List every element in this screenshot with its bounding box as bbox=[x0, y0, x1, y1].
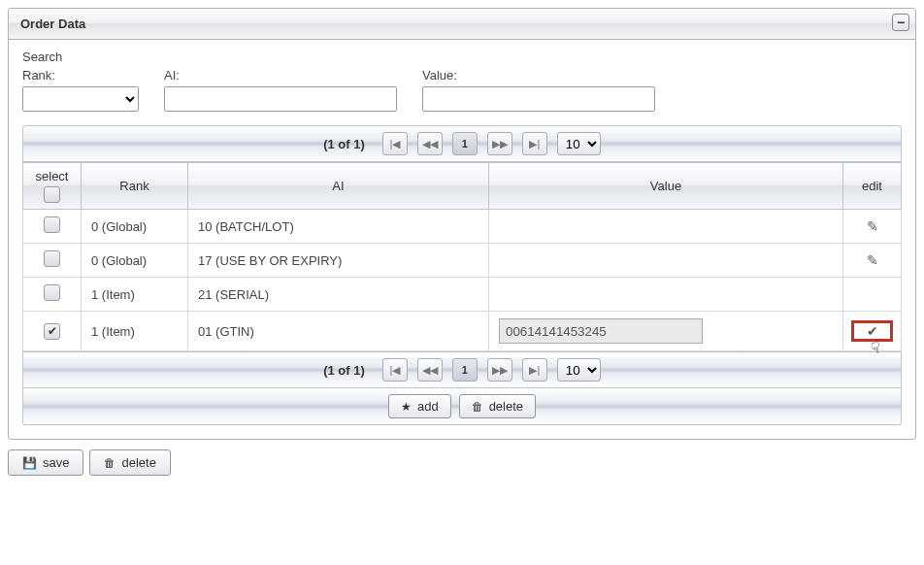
prev-icon: ◀◀ bbox=[422, 138, 438, 150]
prev-page-button[interactable]: ◀◀ bbox=[417, 358, 443, 382]
delete-label: delete bbox=[489, 399, 523, 414]
first-page-button[interactable]: |◀ bbox=[382, 132, 408, 155]
edit-icon[interactable]: ✎ bbox=[867, 218, 878, 234]
add-label: add bbox=[417, 399, 439, 414]
page-info-top: (1 of 1) bbox=[323, 137, 365, 151]
page-number-button[interactable]: 1 bbox=[452, 358, 478, 382]
cell-edit-empty bbox=[843, 278, 902, 312]
search-title: Search bbox=[22, 50, 902, 64]
cell-rank: 1 (Item) bbox=[82, 278, 188, 312]
confirm-edit-highlight: ✔ ☟ bbox=[853, 323, 891, 339]
rank-field: Rank: bbox=[22, 68, 139, 112]
cell-value bbox=[489, 244, 843, 278]
paginator-bottom: (1 of 1) |◀ ◀◀ 1 ▶▶ ▶| 10 bbox=[22, 351, 902, 388]
next-page-button[interactable]: ▶▶ bbox=[487, 132, 512, 155]
header-select-label: select bbox=[36, 169, 69, 183]
prev-page-button[interactable]: ◀◀ bbox=[417, 132, 443, 155]
last-page-button[interactable]: ▶| bbox=[522, 132, 547, 155]
cell-rank: 0 (Global) bbox=[82, 244, 188, 278]
cell-ai: 17 (USE BY OR EXPIRY) bbox=[188, 244, 489, 278]
first-page-button[interactable]: |◀ bbox=[382, 358, 408, 382]
value-edit-input[interactable] bbox=[499, 318, 703, 344]
edit-icon[interactable]: ✎ bbox=[867, 252, 878, 268]
save-button[interactable]: save bbox=[8, 449, 83, 476]
table-row: 1 (Item) 21 (SERIAL) bbox=[23, 278, 902, 312]
add-button[interactable]: add bbox=[388, 394, 451, 418]
table-row: 0 (Global) 10 (BATCH/LOT) ✎ bbox=[23, 210, 902, 244]
first-icon: |◀ bbox=[389, 364, 400, 377]
star-icon bbox=[401, 399, 412, 414]
cell-ai: 21 (SERIAL) bbox=[188, 278, 489, 312]
header-select: select bbox=[23, 163, 82, 210]
rows-per-page-select[interactable]: 10 bbox=[557, 132, 601, 155]
cell-value bbox=[489, 278, 843, 312]
footer-delete-button[interactable]: delete bbox=[89, 449, 170, 476]
row-checkbox[interactable] bbox=[44, 216, 60, 233]
header-ai[interactable]: AI bbox=[188, 163, 489, 210]
cell-ai: 10 (BATCH/LOT) bbox=[188, 210, 489, 244]
footer-delete-label: delete bbox=[121, 455, 155, 470]
row-checkbox[interactable] bbox=[44, 284, 60, 301]
last-icon: ▶| bbox=[529, 138, 540, 150]
last-icon: ▶| bbox=[529, 364, 540, 377]
ai-label: AI: bbox=[164, 68, 397, 83]
header-edit: edit bbox=[843, 163, 902, 210]
minus-icon: − bbox=[897, 16, 905, 29]
rows-per-page-select[interactable]: 10 bbox=[557, 358, 601, 382]
paginator-top: (1 of 1) |◀ ◀◀ 1 ▶▶ ▶| 10 bbox=[22, 125, 902, 162]
last-page-button[interactable]: ▶| bbox=[522, 358, 547, 382]
value-input[interactable] bbox=[422, 86, 655, 112]
cell-rank: 0 (Global) bbox=[82, 210, 188, 244]
row-checkbox[interactable] bbox=[44, 323, 60, 340]
page-info-bottom: (1 of 1) bbox=[323, 363, 365, 378]
save-label: save bbox=[43, 455, 69, 470]
footer-buttons: save delete bbox=[8, 449, 916, 476]
action-bar: add delete bbox=[22, 388, 902, 425]
next-page-button[interactable]: ▶▶ bbox=[487, 358, 512, 382]
ai-input[interactable] bbox=[164, 86, 397, 112]
delete-button[interactable]: delete bbox=[459, 394, 536, 418]
rank-select[interactable] bbox=[22, 86, 139, 112]
cell-value bbox=[489, 210, 843, 244]
trash-icon bbox=[104, 455, 116, 470]
cell-ai: 01 (GTIN) bbox=[188, 312, 489, 351]
panel-body: Search Rank: AI: Value: (1 of 1) |◀ ◀◀ 1… bbox=[9, 40, 915, 439]
panel-header: Order Data − bbox=[9, 9, 915, 40]
header-rank[interactable]: Rank bbox=[82, 163, 188, 210]
ai-field: AI: bbox=[164, 68, 397, 112]
data-table: select Rank AI Value edit 0 (Global) 10 … bbox=[22, 162, 902, 351]
next-icon: ▶▶ bbox=[492, 364, 508, 377]
page-number-button[interactable]: 1 bbox=[452, 132, 478, 155]
row-checkbox[interactable] bbox=[44, 250, 60, 267]
save-icon bbox=[22, 455, 37, 470]
select-all-checkbox[interactable] bbox=[44, 186, 60, 203]
search-row: Rank: AI: Value: bbox=[22, 68, 902, 112]
prev-icon: ◀◀ bbox=[422, 364, 438, 377]
first-icon: |◀ bbox=[389, 138, 400, 150]
value-field: Value: bbox=[422, 68, 655, 112]
rank-label: Rank: bbox=[22, 68, 139, 83]
collapse-button[interactable]: − bbox=[892, 14, 909, 31]
panel-title: Order Data bbox=[20, 17, 85, 31]
trash-icon bbox=[472, 399, 483, 414]
next-icon: ▶▶ bbox=[492, 138, 508, 150]
cell-rank: 1 (Item) bbox=[82, 312, 188, 351]
table-row: 0 (Global) 17 (USE BY OR EXPIRY) ✎ bbox=[23, 244, 902, 278]
table-row: 1 (Item) 01 (GTIN) ✔ ☟ bbox=[23, 312, 902, 351]
header-value[interactable]: Value bbox=[489, 163, 843, 210]
confirm-edit-icon[interactable]: ✔ bbox=[867, 323, 878, 339]
cell-value bbox=[489, 312, 843, 351]
order-data-panel: Order Data − Search Rank: AI: Value: (1 … bbox=[8, 8, 916, 440]
value-label: Value: bbox=[422, 68, 655, 83]
